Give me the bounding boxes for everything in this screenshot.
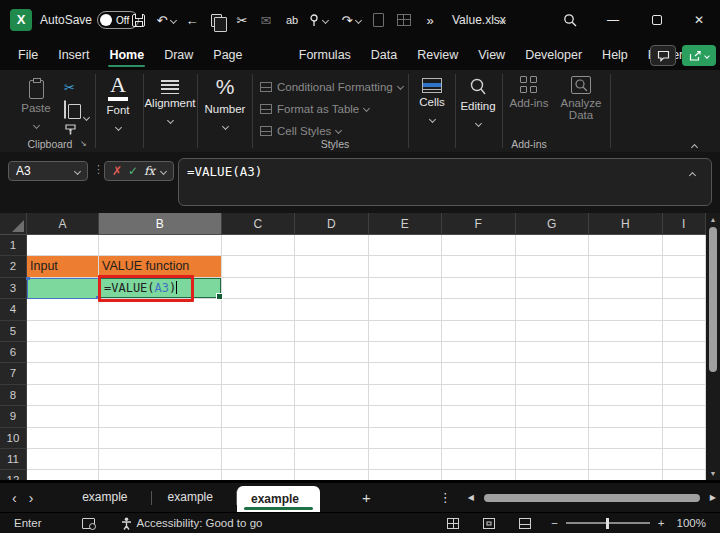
vertical-scrollbar[interactable]: ▲ ▼ (706, 213, 720, 480)
sheet-tab-example3-active[interactable]: example 3 (237, 486, 320, 512)
cell-D5[interactable] (295, 321, 369, 342)
cell-E8[interactable] (369, 385, 443, 406)
cell-D8[interactable] (295, 385, 369, 406)
cell-A5[interactable] (27, 321, 99, 342)
tab-formulas[interactable]: Formulas (289, 40, 361, 70)
cell-G5[interactable] (516, 321, 590, 342)
cell-D3[interactable] (295, 278, 369, 299)
row-header-4[interactable]: 4 (0, 299, 27, 320)
cell-F9[interactable] (442, 406, 516, 427)
cell-D4[interactable] (295, 299, 369, 320)
sheet-tab-example1[interactable]: example 1 (66, 483, 150, 512)
zoom-out-button[interactable]: − (551, 517, 558, 529)
save-button[interactable] (128, 10, 148, 30)
cell-G1[interactable] (516, 235, 590, 256)
cell-G7[interactable] (516, 363, 590, 384)
cell-A6[interactable] (27, 342, 99, 363)
cell-F1[interactable] (442, 235, 516, 256)
cell-F6[interactable] (442, 342, 516, 363)
cell-B8[interactable] (99, 385, 222, 406)
cell-G4[interactable] (516, 299, 590, 320)
cell-I3[interactable] (663, 278, 707, 299)
back-button[interactable]: ← (182, 10, 202, 30)
cell-F11[interactable] (442, 449, 516, 470)
formula-input[interactable]: =VALUE(A3) (178, 158, 712, 206)
cell-E11[interactable] (369, 449, 443, 470)
row-header-5[interactable]: 5 (0, 321, 27, 342)
copy-button-ribbon[interactable] (64, 101, 66, 119)
cell-D9[interactable] (295, 406, 369, 427)
cell-A8[interactable] (27, 385, 99, 406)
cell-I11[interactable] (663, 449, 707, 470)
cell-E9[interactable] (369, 406, 443, 427)
vertical-scrollbar-thumb[interactable] (709, 227, 717, 372)
cell-E10[interactable] (369, 428, 443, 449)
row-header-10[interactable]: 10 (0, 428, 27, 449)
col-header-F[interactable]: F (442, 213, 516, 235)
row-header-8[interactable]: 8 (0, 385, 27, 406)
cell-G2[interactable] (516, 256, 590, 277)
comments-button[interactable] (650, 45, 676, 66)
maximize-button[interactable] (645, 8, 669, 32)
page-break-preview-button[interactable] (519, 518, 531, 529)
normal-view-button[interactable] (447, 518, 459, 529)
row-header-9[interactable]: 9 (0, 406, 27, 427)
cell-D10[interactable] (295, 428, 369, 449)
cell-G6[interactable] (516, 342, 590, 363)
row-header-2[interactable]: 2 (0, 256, 27, 277)
col-header-H[interactable]: H (589, 213, 663, 235)
cell-H2[interactable] (589, 256, 663, 277)
cell-A7[interactable] (27, 363, 99, 384)
tab-file[interactable]: File (8, 40, 48, 70)
cell-D1[interactable] (295, 235, 369, 256)
close-button[interactable]: ✕ (687, 8, 711, 32)
cell-H8[interactable] (589, 385, 663, 406)
cell-A12[interactable] (27, 470, 99, 480)
row-header-1[interactable]: 1 (0, 235, 27, 256)
zoom-slider[interactable] (566, 522, 650, 524)
horizontal-scrollbar[interactable]: ◀ ▶ (464, 493, 720, 502)
cell-I12[interactable] (663, 470, 707, 480)
search-button[interactable] (560, 10, 580, 30)
sheet-nav-left-icon[interactable]: ‹ (0, 490, 29, 506)
cell-C7[interactable] (222, 363, 296, 384)
redo-dropdown[interactable] (353, 10, 363, 30)
editing-group-button[interactable]: Editing (456, 74, 500, 130)
cell-B9[interactable] (99, 406, 222, 427)
more-commands-button[interactable]: » (420, 10, 440, 30)
cell-I7[interactable] (663, 363, 707, 384)
tab-insert[interactable]: Insert (48, 40, 99, 70)
cell-I8[interactable] (663, 385, 707, 406)
cell-C9[interactable] (222, 406, 296, 427)
cell-D11[interactable] (295, 449, 369, 470)
cell-B11[interactable] (99, 449, 222, 470)
col-header-B[interactable]: B (99, 213, 222, 235)
cell-F7[interactable] (442, 363, 516, 384)
replace-button[interactable]: ab (282, 10, 302, 30)
font-group-button[interactable]: A Font (96, 74, 140, 134)
tab-review[interactable]: Review (407, 40, 468, 70)
cell-C8[interactable] (222, 385, 296, 406)
col-header-E[interactable]: E (369, 213, 443, 235)
share-button[interactable] (682, 45, 716, 66)
cell-F5[interactable] (442, 321, 516, 342)
cell-G11[interactable] (516, 449, 590, 470)
cell-D2[interactable] (295, 256, 369, 277)
cell-D6[interactable] (295, 342, 369, 363)
cells-group-button[interactable]: Cells (410, 74, 454, 126)
tab-view[interactable]: View (468, 40, 515, 70)
page-layout-view-button[interactable] (483, 518, 495, 529)
cell-C12[interactable] (222, 470, 296, 480)
cell-B4[interactable] (99, 299, 222, 320)
cell-E12[interactable] (369, 470, 443, 480)
col-header-G[interactable]: G (516, 213, 590, 235)
cell-C2[interactable] (222, 256, 296, 277)
cell-H10[interactable] (589, 428, 663, 449)
cell-H3[interactable] (589, 278, 663, 299)
cell-C1[interactable] (222, 235, 296, 256)
spreadsheet-grid[interactable]: ABCDEFGHI12InputVALUE function3=VALUE(A3… (0, 213, 706, 480)
scroll-down-icon[interactable]: ▼ (706, 470, 720, 477)
select-all-corner[interactable] (0, 213, 27, 235)
cell-I4[interactable] (663, 299, 707, 320)
cell-H4[interactable] (589, 299, 663, 320)
